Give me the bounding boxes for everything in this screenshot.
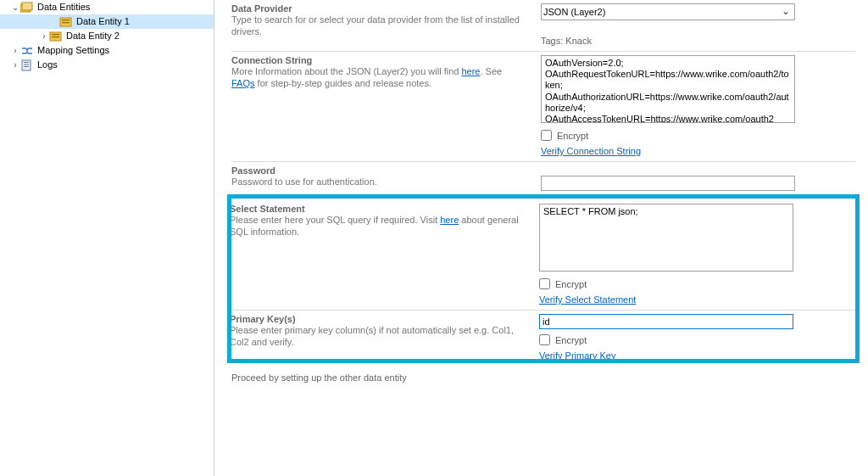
verify-connection-link[interactable]: Verify Connection String (541, 146, 641, 156)
field-connection-string: Connection String More Information about… (231, 52, 855, 162)
encrypt-label: Encrypt (557, 131, 588, 141)
field-select-statement: Select Statement Please enter here your … (230, 197, 857, 311)
tree-label: Data Entities (37, 0, 90, 14)
field-help: Please enter here your SQL query if requ… (230, 214, 522, 238)
faqs-link[interactable]: FAQs (231, 78, 255, 88)
tree-label: Mapping Settings (37, 43, 109, 58)
svg-rect-1 (22, 3, 32, 10)
tree-label: Data Entity 2 (66, 29, 120, 43)
expander-icon[interactable]: ⌄ (10, 0, 20, 14)
field-help: Type to search for or select your data p… (231, 14, 524, 38)
svg-rect-8 (22, 60, 31, 70)
encrypt-row: Encrypt (539, 278, 857, 289)
tree-label: Logs (37, 58, 58, 72)
tree-node-mapping[interactable]: › Mapping Settings (0, 43, 214, 58)
field-title: Connection String (231, 55, 524, 65)
proceed-hint: Proceed by setting up the other data ent… (231, 361, 855, 383)
here-link[interactable]: here (461, 66, 480, 76)
field-help: More Information about the JSON (Layer2)… (231, 65, 524, 90)
field-primary-key: Primary Key(s) Please enter primary key … (230, 311, 857, 361)
svg-rect-3 (62, 20, 70, 20)
tree-node-logs[interactable]: › Logs (0, 58, 214, 72)
expander-icon[interactable]: › (10, 58, 20, 72)
tree-label: Data Entity 1 (76, 14, 130, 29)
tree-node-entity2[interactable]: › Data Entity 2 (0, 29, 214, 43)
expander-icon[interactable]: › (10, 43, 20, 58)
expander-icon[interactable]: › (39, 29, 49, 43)
svg-rect-11 (24, 66, 29, 67)
field-data-provider: Data Provider Type to search for or sele… (231, 0, 855, 52)
field-help: Please enter primary key column(s) if no… (230, 324, 522, 349)
field-title: Password (231, 165, 524, 176)
encrypt-checkbox[interactable] (539, 334, 550, 345)
tree-node-entity1[interactable]: Data Entity 1 (0, 14, 214, 29)
svg-rect-10 (24, 64, 29, 64)
entity-icon (59, 16, 73, 28)
select-statement-textarea[interactable]: SELECT * FROM json; (539, 204, 793, 272)
here-link[interactable]: here (440, 215, 459, 225)
logs-icon (20, 59, 34, 71)
tree-node-data-entities[interactable]: ⌄ Data Entities (0, 0, 214, 14)
svg-rect-7 (52, 36, 59, 37)
tags-row: Tags: Knack (541, 20, 855, 46)
app-root: ⌄ Data Entities Data Entity 1 › Data Ent… (0, 0, 868, 476)
tags-label: Tags: (541, 36, 563, 46)
encrypt-checkbox[interactable] (541, 130, 552, 141)
password-input[interactable] (541, 176, 795, 191)
field-title: Data Provider (231, 3, 524, 14)
field-password: Password Password to use for authenticat… (231, 162, 855, 197)
data-provider-select[interactable]: JSON (Layer2) (541, 3, 795, 20)
mapping-icon (20, 45, 34, 57)
tags-value: Knack (565, 36, 592, 46)
primary-key-input[interactable] (539, 314, 793, 329)
folder-stack-icon (20, 2, 34, 14)
encrypt-checkbox[interactable] (539, 278, 550, 289)
main-panel: Data Provider Type to search for or sele… (214, 0, 868, 476)
entity-icon (49, 31, 63, 42)
svg-rect-9 (24, 62, 29, 63)
encrypt-row: Encrypt (541, 130, 855, 141)
field-title: Primary Key(s) (230, 314, 522, 324)
encrypt-row: Encrypt (539, 334, 857, 345)
connection-string-textarea[interactable]: OAuthVersion=2.0; OAuthRequestTokenURL=h… (541, 55, 795, 123)
verify-select-link[interactable]: Verify Select Statement (539, 294, 636, 305)
encrypt-label: Encrypt (555, 279, 587, 289)
highlight-group: Select Statement Please enter here your … (230, 197, 857, 361)
field-help: Password to use for authentication. (231, 176, 524, 188)
svg-rect-6 (52, 34, 59, 35)
verify-primary-key-link[interactable]: Verify Primary Key (539, 350, 615, 361)
field-title: Select Statement (230, 204, 522, 214)
svg-rect-4 (62, 22, 70, 23)
tree-panel: ⌄ Data Entities Data Entity 1 › Data Ent… (0, 0, 214, 476)
encrypt-label: Encrypt (555, 335, 587, 345)
